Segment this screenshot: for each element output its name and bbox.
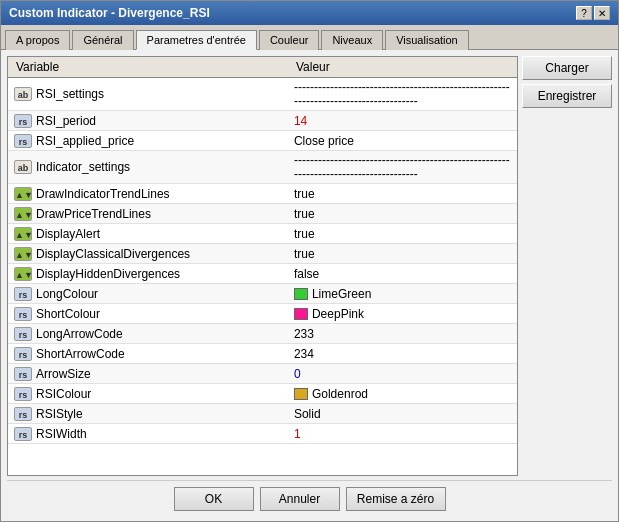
table-row[interactable]: ▲▼DisplayClassicalDivergencestrue — [8, 244, 517, 264]
param-value: Close price — [294, 134, 354, 148]
type-badge: rs — [14, 327, 32, 341]
param-name-cell: abRSI_settings — [8, 78, 288, 111]
param-value-cell: Solid — [288, 404, 517, 424]
tab-general[interactable]: Général — [72, 30, 133, 50]
tab-parametres[interactable]: Parametres d'entrée — [136, 30, 257, 50]
title-bar: Custom Indicator - Divergence_RSI ? ✕ — [1, 1, 618, 25]
param-value: DeepPink — [312, 307, 364, 321]
param-name: ArrowSize — [36, 367, 91, 381]
param-name-cell: ▲▼DisplayClassicalDivergences — [8, 244, 288, 264]
table-row[interactable]: rsShortColourDeepPink — [8, 304, 517, 324]
param-value: false — [294, 267, 319, 281]
table-row[interactable]: rsArrowSize0 — [8, 364, 517, 384]
table-row[interactable]: abIndicator_settings--------------------… — [8, 151, 517, 184]
table-row[interactable]: rsRSIColourGoldenrod — [8, 384, 517, 404]
color-swatch — [294, 308, 308, 320]
param-name-cell: rsRSI_period — [8, 111, 288, 131]
param-name-cell: ▲▼DisplayAlert — [8, 224, 288, 244]
param-value: 14 — [294, 114, 307, 128]
param-name: LongColour — [36, 287, 98, 301]
table-row[interactable]: rsShortArrowCode234 — [8, 344, 517, 364]
close-button[interactable]: ✕ — [594, 6, 610, 20]
param-value-cell: Goldenrod — [288, 384, 517, 404]
type-badge: rs — [14, 427, 32, 441]
right-buttons: Charger Enregistrer — [522, 56, 612, 480]
param-name-cell: rsArrowSize — [8, 364, 288, 384]
type-badge: ▲▼ — [14, 187, 32, 201]
param-value-cell: LimeGreen — [288, 284, 517, 304]
ok-button[interactable]: OK — [174, 487, 254, 511]
table-row[interactable]: ▲▼DrawIndicatorTrendLinestrue — [8, 184, 517, 204]
enregistrer-button[interactable]: Enregistrer — [522, 84, 612, 108]
type-badge: rs — [14, 407, 32, 421]
type-badge: ▲▼ — [14, 227, 32, 241]
table-row[interactable]: abRSI_settings--------------------------… — [8, 78, 517, 111]
param-name: ShortArrowCode — [36, 347, 125, 361]
param-name-cell: ▲▼DrawIndicatorTrendLines — [8, 184, 288, 204]
type-badge: rs — [14, 347, 32, 361]
param-name: DrawIndicatorTrendLines — [36, 187, 170, 201]
param-value: Solid — [294, 407, 321, 421]
main-content: Variable Valeur abRSI_settings----------… — [1, 50, 618, 521]
tabs-container: A propos Général Parametres d'entrée Cou… — [1, 25, 618, 50]
window-title: Custom Indicator - Divergence_RSI — [9, 6, 210, 20]
param-name-cell: rsLongArrowCode — [8, 324, 288, 344]
main-window: Custom Indicator - Divergence_RSI ? ✕ A … — [0, 0, 619, 522]
help-button[interactable]: ? — [576, 6, 592, 20]
param-value-cell: 1 — [288, 424, 517, 444]
annuler-button[interactable]: Annuler — [260, 487, 340, 511]
remise-button[interactable]: Remise a zéro — [346, 487, 446, 511]
param-value-cell: DeepPink — [288, 304, 517, 324]
type-badge: ▲▼ — [14, 207, 32, 221]
param-value-cell: true — [288, 244, 517, 264]
param-value-cell: 234 — [288, 344, 517, 364]
parameter-table: Variable Valeur abRSI_settings----------… — [8, 57, 517, 444]
table-row[interactable]: rsLongColourLimeGreen — [8, 284, 517, 304]
title-bar-buttons: ? ✕ — [576, 6, 610, 20]
param-name-cell: rsRSIStyle — [8, 404, 288, 424]
param-name-cell: ▲▼DrawPriceTrendLines — [8, 204, 288, 224]
param-value: LimeGreen — [312, 287, 371, 301]
param-name-cell: rsShortColour — [8, 304, 288, 324]
type-badge: ab — [14, 87, 32, 101]
type-badge: ab — [14, 160, 32, 174]
type-badge: rs — [14, 367, 32, 381]
param-value: 0 — [294, 367, 301, 381]
param-value-cell: ----------------------------------------… — [288, 151, 517, 184]
table-row[interactable]: rsRSI_applied_priceClose price — [8, 131, 517, 151]
param-name: Indicator_settings — [36, 160, 130, 174]
table-row[interactable]: rsRSIStyleSolid — [8, 404, 517, 424]
param-value: 234 — [294, 347, 314, 361]
table-row[interactable]: ▲▼DisplayAlerttrue — [8, 224, 517, 244]
param-name: DisplayClassicalDivergences — [36, 247, 190, 261]
tab-couleur[interactable]: Couleur — [259, 30, 320, 50]
param-name-cell: abIndicator_settings — [8, 151, 288, 184]
type-badge: rs — [14, 287, 32, 301]
param-value: true — [294, 247, 315, 261]
param-value: ----------------------------------------… — [294, 153, 510, 181]
color-swatch — [294, 288, 308, 300]
table-row[interactable]: rsRSI_period14 — [8, 111, 517, 131]
table-row[interactable]: rsLongArrowCode233 — [8, 324, 517, 344]
type-badge: rs — [14, 307, 32, 321]
param-name: RSI_settings — [36, 87, 104, 101]
param-name-cell: rsRSIWidth — [8, 424, 288, 444]
param-value-cell: Close price — [288, 131, 517, 151]
param-value: 233 — [294, 327, 314, 341]
tab-niveaux[interactable]: Niveaux — [321, 30, 383, 50]
table-row[interactable]: rsRSIWidth1 — [8, 424, 517, 444]
param-name-cell: rsRSIColour — [8, 384, 288, 404]
footer-buttons: OK Annuler Remise a zéro — [7, 480, 612, 515]
table-row[interactable]: ▲▼DisplayHiddenDivergencesfalse — [8, 264, 517, 284]
param-value: true — [294, 227, 315, 241]
param-value: true — [294, 187, 315, 201]
tab-visualisation[interactable]: Visualisation — [385, 30, 469, 50]
param-name: RSIWidth — [36, 427, 87, 441]
tab-apropos[interactable]: A propos — [5, 30, 70, 50]
charger-button[interactable]: Charger — [522, 56, 612, 80]
type-badge: ▲▼ — [14, 247, 32, 261]
param-name: ShortColour — [36, 307, 100, 321]
table-row[interactable]: ▲▼DrawPriceTrendLinestrue — [8, 204, 517, 224]
color-swatch — [294, 388, 308, 400]
type-badge: rs — [14, 114, 32, 128]
